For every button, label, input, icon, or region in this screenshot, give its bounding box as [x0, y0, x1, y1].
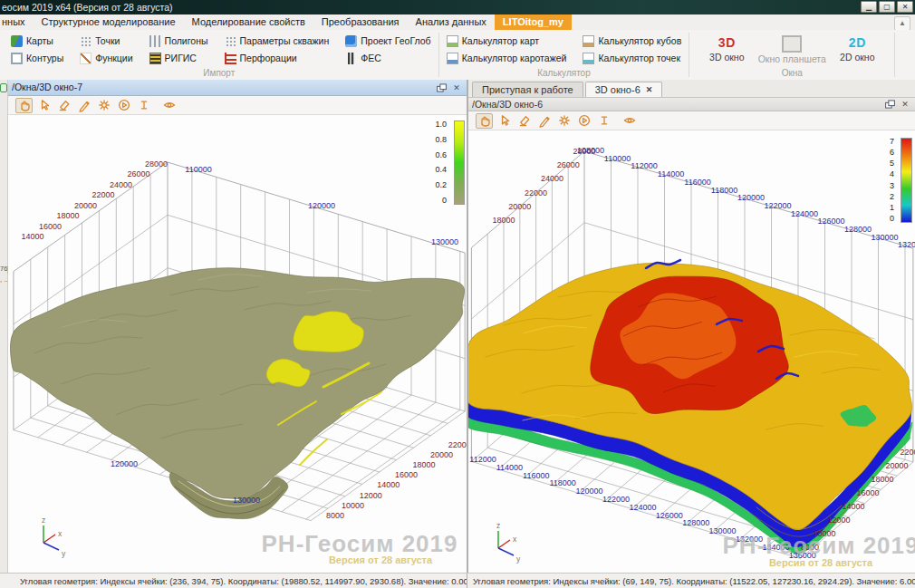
measure-tool-button[interactable] [595, 113, 612, 129]
close-window-icon[interactable]: ✕ [899, 99, 911, 110]
pencil-icon [77, 98, 92, 112]
ribbon-button-калькулятор-кубов[interactable]: Калькулятор кубов [581, 33, 683, 49]
play-tool-button[interactable] [115, 98, 132, 113]
cursor-tool-button[interactable] [35, 98, 53, 113]
ribbon-tab-5[interactable]: Анализ данных [408, 14, 495, 30]
settings-icon [557, 113, 572, 128]
axis-label: 134000 [762, 543, 789, 552]
left-3d-scene: 1400016000180002000022000240002600028000… [8, 115, 467, 574]
ribbon-tab-2[interactable]: Структурное моделирование [34, 14, 184, 30]
ribbon-button-функции[interactable]: Функции [78, 50, 134, 66]
play-tool-button[interactable] [575, 113, 592, 129]
hand-tool-button[interactable] [476, 113, 493, 129]
expand-panel-icon[interactable] [0, 83, 7, 92]
axis-label: 120000 [576, 487, 603, 496]
axis-label: 18000 [56, 211, 79, 220]
triad-axis-label: y [516, 554, 521, 564]
visibility-icon [162, 98, 177, 112]
rigis-icon [149, 53, 161, 64]
group-label: Импорт [0, 68, 438, 78]
right-window-toolbar [468, 111, 915, 130]
big-button-3d-окно[interactable]: 3D3D окно [698, 34, 755, 64]
axis-label: 16000 [856, 488, 879, 497]
perforations-icon [225, 53, 236, 64]
visibility-tool-button[interactable] [621, 113, 638, 129]
ribbon-button-калькулятор-точек[interactable]: Калькулятор точек [581, 50, 683, 66]
points-icon [80, 35, 92, 47]
big-button-2d-окно[interactable]: 2D2D окно [829, 34, 885, 64]
ribbon-tab-6[interactable]: LITOitog_my [495, 14, 572, 30]
close-tab-icon[interactable]: ✕ [646, 85, 653, 94]
group-separator [894, 33, 895, 77]
ribbon-button-ригис[interactable]: РИГИС [148, 50, 210, 66]
ribbon-button-контуры[interactable]: Контуры [9, 50, 65, 66]
measure-tool-button[interactable] [135, 98, 152, 113]
maximize-button[interactable]: ▢ [879, 1, 895, 13]
axis-label: 24000 [541, 174, 563, 183]
ribbon-tab-1[interactable]: нных [0, 14, 34, 30]
minimize-button[interactable]: ▁ [861, 1, 877, 13]
contours-icon [11, 53, 23, 64]
left-3d-window: /Окна/3D окно-7 ✕ 1400016000180002000022… [8, 80, 467, 574]
axis-label: 18000 [871, 475, 893, 484]
triad-axis-label: x [513, 535, 517, 544]
visibility-tool-button[interactable] [160, 98, 178, 113]
right-3d-viewport[interactable]: 1800020000220002400026000280001080001100… [468, 130, 915, 574]
ribbon-button-перфорации[interactable]: Перфорации [223, 50, 332, 66]
ribbon-button-калькулятор-карт[interactable]: Калькулятор карт [445, 33, 569, 49]
axis-label: 26000 [557, 160, 580, 169]
left-window-titlebar[interactable]: /Окна/3D окно-7 ✕ [8, 80, 467, 96]
right-window-titlebar[interactable]: /Окна/3D окно-6 ✕ [468, 98, 915, 111]
ribbon-button-параметры-скважин[interactable]: Параметры скважин [223, 33, 332, 49]
left-3d-viewport[interactable]: 1400016000180002000022000240002600028000… [8, 115, 467, 574]
ribbon-button-карты[interactable]: Карты [9, 33, 65, 49]
ribbon-button-калькулятор-каротажей[interactable]: Калькулятор каротажей [445, 50, 569, 66]
float-window-icon[interactable] [435, 82, 448, 93]
axis-label: 118000 [550, 478, 576, 487]
axis-label: 22000 [448, 440, 467, 449]
eraser-tool-button[interactable] [55, 98, 72, 113]
settings-tool-button[interactable] [555, 113, 573, 129]
settings-tool-button[interactable] [95, 98, 112, 113]
axis-label: 114000 [658, 169, 684, 178]
collapse-ribbon-button[interactable]: ▲ [894, 16, 910, 31]
close-window-icon[interactable]: ✕ [450, 82, 463, 93]
pencil-tool-button[interactable] [75, 98, 92, 113]
right-status-segment: Угловая геометрия: Индексы ячейки: (69, … [467, 574, 915, 588]
left-status-geometry: Угловая геометрия: Индексы ячейки: (236,… [20, 576, 467, 586]
colorbar-tick: 1.0 [425, 120, 447, 129]
hand-icon [477, 113, 492, 128]
axis-label: 130000 [871, 233, 898, 242]
document-tab-1[interactable]: Приступая к работе [472, 82, 583, 97]
dock-text-fragment: , ... [0, 275, 8, 284]
axis-label: 112000 [631, 161, 657, 170]
window-titlebar: еосим 2019 x64 (Версия от 28 августа) ▁ … [0, 0, 915, 14]
hand-tool-button[interactable] [15, 98, 33, 113]
ribbon-button-полигоны[interactable]: Полигоны [148, 33, 210, 49]
cursor-tool-button[interactable] [496, 113, 513, 129]
axis-label: 126000 [817, 217, 844, 226]
eraser-tool-button[interactable] [515, 113, 533, 129]
ribbon-tab-4[interactable]: Преобразования [313, 14, 408, 30]
axis-label: 26000 [127, 169, 149, 178]
collapsed-dock-strip[interactable]: 76] , ... [0, 80, 8, 574]
pencil-icon [537, 113, 552, 128]
dock-text-fragment: 76] [0, 265, 8, 273]
document-tab-2[interactable]: 3D окно-6✕ [585, 82, 663, 97]
colorbar-tick: 3 [872, 181, 894, 190]
colorbar-tick: 0 [425, 196, 447, 205]
close-button[interactable]: ✕ [897, 1, 913, 13]
axis-label: 114000 [496, 463, 523, 472]
ribbon-tab-3[interactable]: Моделирование свойств [184, 14, 313, 30]
ribbon: КартыКонтурыТочкиФункцииПолигоныРИГИСПар… [0, 30, 915, 81]
float-window-icon[interactable] [883, 99, 896, 110]
colorbar-tick: 1 [872, 203, 894, 212]
ribbon-button-проект-геоглоб[interactable]: Проект ГеоГлоб [343, 33, 432, 49]
axis-label: 24000 [110, 180, 132, 189]
group-label: Окна [689, 68, 894, 78]
pencil-tool-button[interactable] [535, 113, 553, 129]
ribbon-group-import: КартыКонтурыТочкиФункцииПолигоныРИГИСПар… [0, 30, 438, 80]
ribbon-button-точки[interactable]: Точки [78, 33, 134, 49]
tablet-icon [782, 35, 802, 53]
ribbon-button-фес[interactable]: ФЕС [343, 50, 432, 66]
